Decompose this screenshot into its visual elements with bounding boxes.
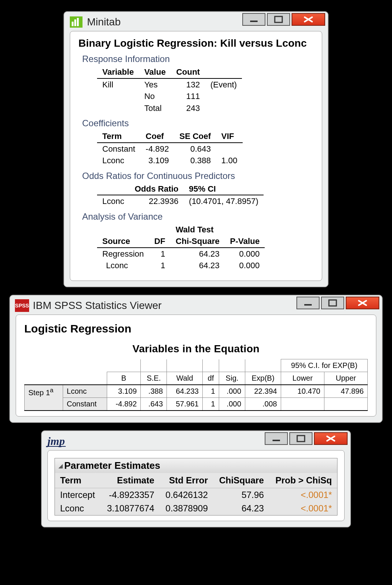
spss-table-title: Variables in the Equation bbox=[24, 342, 368, 355]
disclosure-triangle-icon[interactable]: ◢ bbox=[59, 463, 63, 469]
minitab-window: Minitab Binary Logistic Regression: Kill… bbox=[63, 11, 329, 287]
jmp-window: jmp ◢ Parameter Estimates Term Estimate … bbox=[41, 430, 351, 527]
parameter-estimates-panel: ◢ Parameter Estimates Term Estimate Std … bbox=[55, 458, 337, 516]
spss-variables-table: 95% C.I. for EXP(B) B S.E. Wald df Sig. … bbox=[24, 359, 368, 411]
step-label: Step 1a bbox=[25, 385, 63, 411]
spss-app-title: IBM SPSS Statistics Viewer bbox=[33, 300, 162, 312]
spss-titlebar: SPSS IBM SPSS Statistics Viewer bbox=[10, 295, 382, 315]
parameter-estimates-table: Term Estimate Std Error ChiSquare Prob >… bbox=[55, 473, 337, 515]
col-count: Count bbox=[171, 66, 205, 78]
spss-logo-icon: SPSS bbox=[15, 299, 29, 312]
close-button[interactable] bbox=[346, 297, 379, 309]
maximize-button[interactable] bbox=[321, 297, 344, 309]
jmp-content: ◢ Parameter Estimates Term Estimate Std … bbox=[47, 450, 345, 521]
odds-ratios-heading: Odds Ratios for Continuous Predictors bbox=[82, 170, 314, 182]
close-button[interactable] bbox=[292, 13, 325, 26]
svg-rect-8 bbox=[273, 440, 280, 441]
jmp-logo-icon: jmp bbox=[47, 435, 66, 448]
odds-ratios-table: Odds Ratio 95% CI Lconc 22.3936 (10.4701… bbox=[97, 183, 264, 207]
svg-rect-5 bbox=[275, 16, 282, 22]
jmp-titlebar: jmp bbox=[41, 431, 351, 450]
col-variable: Variable bbox=[97, 66, 139, 78]
maximize-button[interactable] bbox=[267, 13, 290, 26]
svg-rect-4 bbox=[250, 21, 258, 22]
spss-report-title: Logistic Regression bbox=[24, 322, 368, 336]
table-row: Intercept -4.8923357 0.6426132 57.96 <.0… bbox=[55, 488, 337, 502]
svg-rect-9 bbox=[297, 436, 305, 442]
coefficients-heading: Coefficients bbox=[82, 118, 314, 129]
coefficients-table: Term Coef SE Coef VIF Constant -4.892 0.… bbox=[97, 130, 243, 167]
wald-test-header: Wald Test bbox=[171, 224, 265, 236]
svg-rect-1 bbox=[72, 22, 74, 26]
spss-window: SPSS IBM SPSS Statistics Viewer Logistic… bbox=[9, 295, 383, 423]
minitab-app-title: Minitab bbox=[87, 16, 121, 28]
anova-heading: Analysis of Variance bbox=[82, 211, 314, 222]
response-info-table: Variable Value Count Kill Yes 132 (Event… bbox=[97, 66, 242, 114]
close-button[interactable] bbox=[314, 432, 348, 445]
minimize-button[interactable] bbox=[296, 297, 320, 309]
parameter-estimates-header[interactable]: ◢ Parameter Estimates bbox=[55, 458, 337, 473]
minitab-content: Binary Logistic Regression: Kill versus … bbox=[70, 31, 322, 281]
minitab-report-title: Binary Logistic Regression: Kill versus … bbox=[78, 37, 314, 50]
window-buttons bbox=[242, 13, 325, 26]
response-info-heading: Response Information bbox=[82, 53, 314, 65]
maximize-button[interactable] bbox=[289, 432, 312, 445]
minitab-titlebar: Minitab bbox=[64, 12, 328, 31]
svg-rect-2 bbox=[74, 19, 76, 26]
svg-rect-6 bbox=[304, 304, 312, 306]
minitab-logo-icon bbox=[69, 16, 83, 28]
svg-rect-3 bbox=[77, 18, 79, 26]
panel-title: Parameter Estimates bbox=[64, 460, 160, 471]
window-buttons bbox=[265, 432, 348, 445]
table-row: Lconc 3.10877674 0.3878909 64.23 <.0001* bbox=[55, 502, 337, 515]
svg-rect-7 bbox=[329, 300, 336, 306]
col-value: Value bbox=[139, 66, 171, 78]
anova-table: Wald Test Source DF Chi-Square P-Value R… bbox=[97, 224, 265, 272]
minimize-button[interactable] bbox=[265, 432, 288, 445]
minimize-button[interactable] bbox=[242, 13, 265, 26]
ci-header: 95% C.I. for EXP(B) bbox=[281, 359, 367, 372]
window-buttons bbox=[296, 297, 379, 309]
spss-content: Logistic Regression Variables in the Equ… bbox=[16, 315, 376, 417]
